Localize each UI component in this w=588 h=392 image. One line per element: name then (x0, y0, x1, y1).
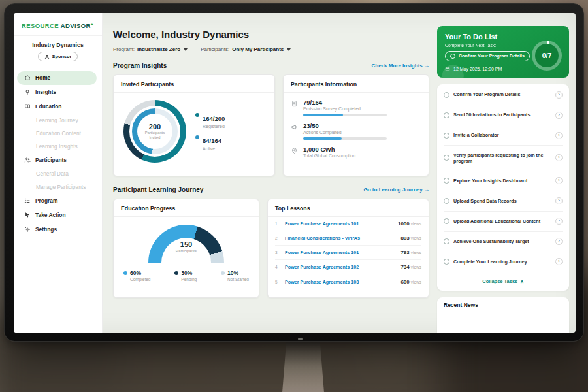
list-icon (24, 197, 31, 204)
lesson-link[interactable]: Financial Considerations - VPPAs (285, 235, 396, 241)
todo-column: Your To Do List Complete Your Next Task:… (436, 13, 576, 333)
legend-item-not-started: 10% Not Started (221, 270, 249, 282)
sponsor-badge[interactable]: Sponsor (38, 52, 78, 61)
legend-dot (195, 113, 199, 117)
checkbox-icon[interactable] (444, 133, 449, 139)
sidebar-item-insights[interactable]: Insights (17, 86, 97, 99)
checkbox-icon[interactable] (444, 112, 449, 118)
sidebar-item-home[interactable]: Home (17, 71, 97, 85)
participants-dropdown[interactable]: Participants:Only My Participants (201, 46, 291, 52)
sidebar-item-general-data[interactable]: General Data (17, 168, 97, 180)
lesson-link[interactable]: Power Purchase Agreements 101 (285, 250, 396, 255)
progress-fill (303, 114, 343, 116)
sponsor-label: Sponsor (52, 54, 72, 59)
participants-value: Only My Participants (232, 46, 284, 52)
sidebar-item-learning-insights[interactable]: Learning Insights (17, 140, 97, 153)
progress-fill (303, 137, 342, 140)
checkbox-icon[interactable] (444, 92, 449, 98)
app-logo: RESOURCE ADVISOR+ (14, 21, 102, 36)
task-row[interactable]: Explore Your Insights Dashboard › (444, 171, 563, 191)
lesson-row: 3 Power Purchase Agreements 101 793views (275, 246, 421, 260)
filters-row: Program:Industrialize Zero Participants:… (113, 46, 429, 52)
lesson-link[interactable]: Power Purchase Agreements 102 (285, 264, 396, 270)
chevron-right-icon[interactable]: › (555, 218, 563, 225)
page-title: Welcome, Industry Dynamics (113, 29, 429, 40)
calendar-icon (445, 66, 450, 71)
chevron-right-icon[interactable]: › (555, 177, 563, 184)
clipboard-icon (291, 100, 298, 107)
chevron-right-icon[interactable]: › (555, 197, 563, 204)
stat-emission-survey: 79/164 Emission Survey Completed (291, 99, 421, 116)
task-row[interactable]: Upload Additional Educational Content › (444, 212, 563, 232)
invited-donut-ring-inner: 200 Participants Invited (132, 108, 178, 154)
checkbox-icon[interactable] (450, 54, 455, 59)
bulb-icon (24, 89, 31, 95)
lesson-link[interactable]: Power Purchase Agreements 103 (285, 279, 396, 285)
sidebar-item-learning-journey[interactable]: Learning Journey (17, 114, 97, 127)
next-task-label: Confirm Your Program Details (459, 54, 525, 59)
gauge-center-label: Participants (148, 248, 224, 253)
sidebar-item-label: Take Action (35, 212, 66, 218)
checkbox-icon[interactable] (444, 259, 449, 265)
task-row[interactable]: Confirm Your Program Details › (444, 85, 563, 105)
sidebar-item-education[interactable]: Education (17, 100, 97, 114)
progress-track (303, 114, 387, 116)
insights-cards-row: Invited Participants 200 Participants In… (113, 74, 429, 176)
legend-dot (123, 271, 127, 275)
checkbox-icon[interactable] (444, 198, 449, 204)
section-title: Program Insights (113, 62, 167, 69)
task-row[interactable]: Achieve One Sustainability Target › (444, 232, 563, 252)
task-row[interactable]: Complete Your Learning Journey › (444, 252, 563, 272)
task-row[interactable]: Send 50 Invitations to Participants › (444, 105, 563, 125)
card-title: Participants Information (284, 81, 429, 93)
todo-progress-ring: 0/7 (532, 41, 562, 71)
lesson-row: 2 Financial Considerations - VPPAs 803vi… (275, 231, 421, 246)
chevron-right-icon[interactable]: › (555, 132, 563, 139)
next-task-pill[interactable]: Confirm Your Program Details (445, 51, 530, 61)
org-name: Industry Dynamics (16, 42, 99, 48)
sidebar-item-settings[interactable]: Settings (17, 223, 97, 237)
recent-news-title: Recent News (444, 302, 478, 308)
collapse-tasks-button[interactable]: Collapse Tasks∧ (444, 272, 563, 290)
sidebar-item-participants[interactable]: Participants (17, 154, 97, 167)
checkbox-icon[interactable] (444, 178, 449, 184)
chevron-right-icon[interactable]: › (555, 238, 563, 245)
sidebar-item-education-content[interactable]: Education Content (17, 127, 97, 140)
task-row[interactable]: Verify participants requesting to join t… (444, 146, 563, 171)
todo-progress-value: 0/7 (542, 52, 552, 59)
chevron-right-icon[interactable]: › (555, 154, 563, 161)
check-more-insights-link[interactable]: Check More Insights → (372, 63, 429, 69)
sidebar-item-take-action[interactable]: Take Action (17, 208, 97, 222)
chevron-down-icon (184, 48, 188, 51)
checkbox-icon[interactable] (444, 218, 449, 224)
chevron-up-icon: ∧ (520, 278, 524, 284)
invited-participants-card: Invited Participants 200 Participants In… (113, 74, 275, 176)
main-content: Welcome, Industry Dynamics Program:Indus… (103, 13, 436, 333)
checkbox-icon[interactable] (444, 155, 449, 161)
legend-item-active: 84/164Active (195, 134, 225, 151)
program-label: Program: (113, 46, 135, 52)
monitor-bezel: RESOURCE ADVISOR+ Industry Dynamics Spon… (4, 3, 584, 342)
legend-item-registered: 164/200Registered (195, 112, 225, 129)
org-block: Industry Dynamics Sponsor (14, 36, 102, 65)
task-row[interactable]: Invite a Collaborator › (444, 125, 563, 146)
logo-resource: RESOURCE (22, 22, 59, 29)
chevron-right-icon[interactable]: › (555, 91, 563, 99)
checkbox-icon[interactable] (444, 238, 449, 244)
monitor-power-led (298, 338, 303, 340)
sidebar-item-manage-participants[interactable]: Manage Participants (17, 181, 97, 193)
pointer-icon (24, 212, 31, 218)
lesson-link[interactable]: Power Purchase Agreements 101 (285, 221, 393, 227)
sidebar-item-program[interactable]: Program (17, 194, 97, 208)
chevron-right-icon[interactable]: › (555, 258, 563, 265)
program-dropdown[interactable]: Program:Industrialize Zero (113, 46, 188, 52)
task-row[interactable]: Upload Spend Data Records › (444, 191, 563, 212)
scene: RESOURCE ADVISOR+ Industry Dynamics Spon… (0, 0, 588, 392)
go-to-learning-journey-link[interactable]: Go to Learning Journey → (364, 187, 429, 193)
card-title: Top Lessons (268, 205, 429, 217)
sidebar-item-label: Education Content (36, 130, 81, 137)
chevron-right-icon[interactable]: › (555, 112, 563, 119)
logo-advisor: ADVISOR (61, 22, 91, 29)
pin-icon (291, 147, 298, 154)
learning-cards-row: Education Progress 150 Participants 60 (113, 199, 429, 298)
